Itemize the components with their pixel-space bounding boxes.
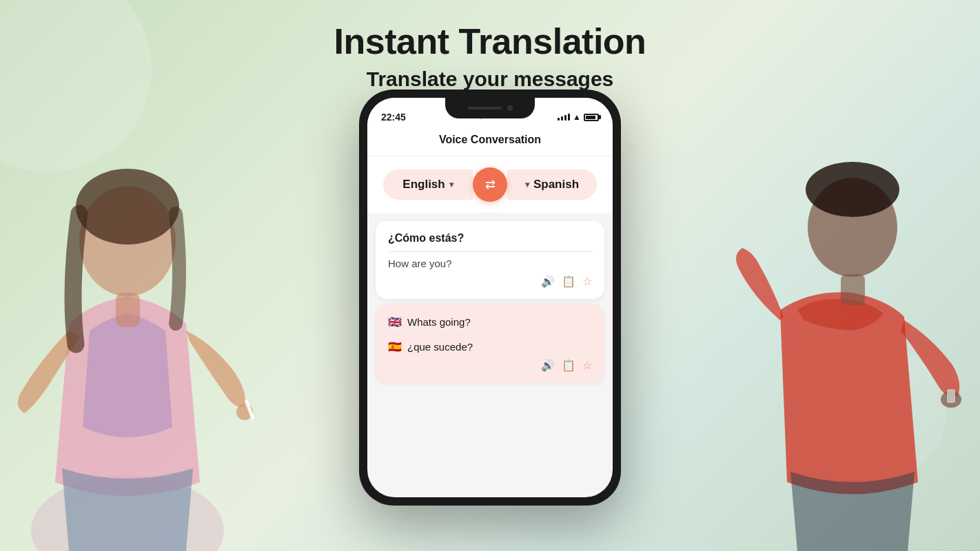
lang-left-label: English	[402, 178, 445, 191]
speaker-action-icon[interactable]: 🔊	[541, 275, 555, 288]
app-title: Voice Conversation	[439, 134, 541, 145]
flag-spain-icon: 🇪🇸	[388, 340, 402, 353]
phone-container: 22:45 ✦ ▲ Voice Conversat	[359, 90, 621, 506]
lang-right-label: Spanish	[533, 178, 579, 191]
status-icons: ▲	[558, 112, 599, 122]
star-action-icon[interactable]: ☆	[582, 275, 592, 288]
lang-right-chevron: ▾	[525, 180, 529, 189]
svg-point-4	[76, 169, 179, 245]
swap-icon: ⇄	[485, 177, 496, 192]
phone-screen: 22:45 ✦ ▲ Voice Conversat	[367, 98, 613, 497]
svg-rect-10	[841, 274, 865, 305]
flag-uk-icon: 🇬🇧	[388, 315, 402, 329]
message-secondary-text-1: How are you?	[388, 258, 592, 269]
signal-bars	[558, 114, 570, 121]
woman-figure	[0, 83, 289, 551]
language-right-pill[interactable]: ▾ Spanish	[507, 169, 597, 200]
main-title: Instant Translation	[0, 21, 980, 62]
wifi-icon: ▲	[573, 112, 581, 122]
message-left-primary: Whats going?	[407, 316, 471, 328]
message-divider-1	[388, 251, 592, 252]
message-bubble-2: 🇬🇧 Whats going? 🇪🇸 ¿que sucede? 🔊 📋 ☆	[376, 304, 604, 383]
phone-frame: 22:45 ✦ ▲ Voice Conversat	[359, 90, 621, 506]
app-header: Voice Conversation	[367, 128, 613, 156]
subtitle: Translate your messages	[0, 67, 980, 91]
message-row-2b: 🇪🇸 ¿que sucede?	[388, 340, 592, 353]
battery-icon	[584, 114, 599, 121]
copy-action-icon[interactable]: 📋	[562, 275, 575, 288]
phone-notch	[445, 98, 535, 118]
speaker-action-icon-2[interactable]: 🔊	[541, 359, 555, 372]
chat-area: ¿Cómo estás? How are you? 🔊 📋 ☆ 🇬🇧 Whats…	[367, 213, 613, 397]
message-row-2a: 🇬🇧 Whats going?	[388, 315, 592, 329]
swap-languages-button[interactable]: ⇄	[473, 167, 507, 202]
header-section: Instant Translation Translate your messa…	[0, 21, 980, 91]
copy-action-icon-2[interactable]: 📋	[562, 359, 575, 372]
message-left-secondary: ¿que sucede?	[407, 341, 473, 353]
message-bubble-1: ¿Cómo estás? How are you? 🔊 📋 ☆	[376, 221, 604, 299]
man-figure	[691, 83, 980, 551]
message-divider-2	[388, 334, 592, 335]
status-time: 22:45	[381, 112, 406, 123]
message-actions-1: 🔊 📋 ☆	[388, 275, 592, 288]
language-left-pill[interactable]: English ▾	[383, 169, 473, 200]
message-actions-2: 🔊 📋 ☆	[388, 359, 592, 372]
star-action-icon-2[interactable]: ☆	[582, 359, 592, 372]
svg-point-9	[806, 162, 899, 217]
lang-left-chevron: ▾	[449, 180, 453, 189]
language-selector[interactable]: English ▾ ⇄ ▾ Spanish	[367, 156, 613, 213]
svg-rect-5	[116, 293, 140, 327]
svg-rect-7	[947, 389, 955, 403]
message-primary-text-1: ¿Cómo estás?	[388, 232, 592, 245]
